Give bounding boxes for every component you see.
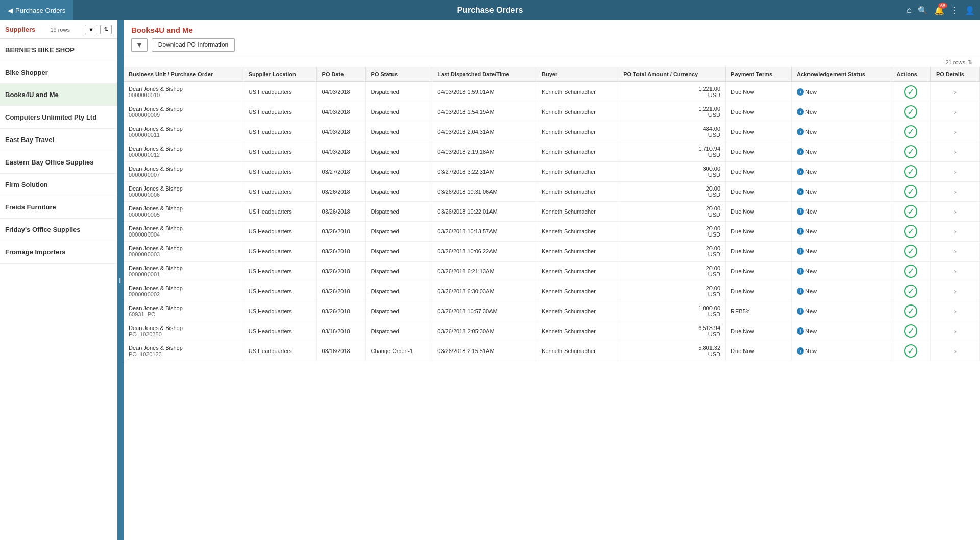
cell-po-details[interactable]: › (930, 202, 979, 222)
sidebar-item-fridays[interactable]: Friday's Office Supplies (0, 219, 117, 241)
cell-actions[interactable]: ✓ (891, 262, 930, 281)
content-sort-icon[interactable]: ⇅ (968, 59, 972, 65)
info-icon[interactable]: i (797, 268, 804, 275)
ack-status-text: New (805, 308, 817, 314)
cell-actions[interactable]: ✓ (891, 82, 930, 102)
action-check-icon[interactable]: ✓ (904, 125, 917, 138)
sidebar-item-east-bay[interactable]: East Bay Travel (0, 129, 117, 151)
currency: USD (623, 192, 720, 198)
action-check-icon[interactable]: ✓ (904, 205, 917, 218)
action-check-icon[interactable]: ✓ (904, 145, 917, 158)
info-icon[interactable]: i (797, 327, 804, 335)
po-details-chevron-icon[interactable]: › (954, 108, 957, 116)
info-icon[interactable]: i (797, 248, 804, 255)
po-details-chevron-icon[interactable]: › (954, 267, 957, 275)
info-icon[interactable]: i (797, 148, 804, 155)
info-icon[interactable]: i (797, 108, 804, 115)
cell-po-details[interactable]: › (930, 321, 979, 341)
cell-po-details[interactable]: › (930, 122, 979, 142)
cell-po-details[interactable]: › (930, 281, 979, 301)
cell-actions[interactable]: ✓ (891, 321, 930, 341)
cell-po-details[interactable]: › (930, 341, 979, 361)
action-check-icon[interactable]: ✓ (904, 324, 917, 338)
cell-po-details[interactable]: › (930, 242, 979, 262)
sidebar-item-bike-shopper[interactable]: Bike Shopper (0, 61, 117, 84)
action-check-icon[interactable]: ✓ (904, 285, 917, 298)
sidebar-item-firm-solution[interactable]: Firm Solution (0, 174, 117, 196)
action-check-icon[interactable]: ✓ (904, 245, 917, 258)
search-icon[interactable]: 🔍 (918, 6, 928, 15)
po-details-chevron-icon[interactable]: › (954, 187, 957, 196)
po-details-chevron-icon[interactable]: › (954, 327, 957, 335)
info-icon[interactable]: i (797, 347, 804, 355)
home-icon[interactable]: ⌂ (906, 6, 912, 15)
info-icon[interactable]: i (797, 128, 804, 135)
info-icon[interactable]: i (797, 228, 804, 235)
action-check-icon[interactable]: ✓ (904, 185, 917, 198)
cell-po-details[interactable]: › (930, 82, 979, 102)
po-details-chevron-icon[interactable]: › (954, 347, 957, 355)
po-details-chevron-icon[interactable]: › (954, 247, 957, 255)
info-icon[interactable]: i (797, 288, 804, 295)
table-row: Dean Jones & Bishop PO_1020350 US Headqu… (124, 321, 980, 341)
cell-actions[interactable]: ✓ (891, 182, 930, 202)
po-details-chevron-icon[interactable]: › (954, 307, 957, 315)
po-details-chevron-icon[interactable]: › (954, 148, 957, 156)
ack-badge: i New (797, 268, 817, 275)
sidebar-item-computers[interactable]: Computers Unlimited Pty Ltd (0, 106, 117, 129)
action-check-icon[interactable]: ✓ (904, 304, 917, 318)
sidebar-item-eastern-bay[interactable]: Eastern Bay Office Supplies (0, 151, 117, 174)
po-details-chevron-icon[interactable]: › (954, 168, 957, 176)
cell-po-status: Dispatched (365, 281, 432, 301)
back-button[interactable]: ◀ Purchase Orders (0, 0, 73, 20)
sidebar-item-freids[interactable]: Freids Furniture (0, 196, 117, 219)
action-check-icon[interactable]: ✓ (904, 85, 917, 99)
action-check-icon[interactable]: ✓ (904, 225, 917, 238)
cell-po-details[interactable]: › (930, 162, 979, 182)
po-details-chevron-icon[interactable]: › (954, 128, 957, 136)
info-icon[interactable]: i (797, 308, 804, 315)
cell-po-details[interactable]: › (930, 301, 979, 321)
info-icon[interactable]: i (797, 88, 804, 96)
cell-po-details[interactable]: › (930, 102, 979, 122)
cell-actions[interactable]: ✓ (891, 162, 930, 182)
cell-actions[interactable]: ✓ (891, 102, 930, 122)
sidebar-splitter[interactable]: || (117, 20, 124, 540)
cell-actions[interactable]: ✓ (891, 202, 930, 222)
action-check-icon[interactable]: ✓ (904, 344, 917, 358)
info-icon[interactable]: i (797, 208, 804, 215)
sidebar-item-fromage[interactable]: Fromage Importers (0, 241, 117, 264)
cell-actions[interactable]: ✓ (891, 301, 930, 321)
menu-dots-icon[interactable]: ⋮ (950, 6, 959, 15)
po-details-chevron-icon[interactable]: › (954, 207, 957, 216)
table-filter-button[interactable]: ▼ (131, 38, 148, 52)
action-check-icon[interactable]: ✓ (904, 265, 917, 278)
info-icon[interactable]: i (797, 168, 804, 175)
cell-po-details[interactable]: › (930, 262, 979, 281)
user-icon[interactable]: 👤 (965, 6, 975, 15)
cell-actions[interactable]: ✓ (891, 122, 930, 142)
action-check-icon[interactable]: ✓ (904, 165, 917, 178)
cell-po-details[interactable]: › (930, 222, 979, 242)
action-check-icon[interactable]: ✓ (904, 105, 917, 119)
notification-icon[interactable]: 🔔 68 (934, 6, 944, 15)
po-details-chevron-icon[interactable]: › (954, 227, 957, 236)
cell-actions[interactable]: ✓ (891, 281, 930, 301)
info-icon[interactable]: i (797, 188, 804, 195)
po-details-chevron-icon[interactable]: › (954, 88, 957, 96)
sidebar-sort-button[interactable]: ⇅ (100, 25, 112, 34)
sidebar-item-bernies[interactable]: BERNIE'S BIKE SHOP (0, 39, 117, 61)
cell-actions[interactable]: ✓ (891, 341, 930, 361)
cell-actions[interactable]: ✓ (891, 222, 930, 242)
cell-po-details[interactable]: › (930, 182, 979, 202)
sidebar-filter-button[interactable]: ▼ (85, 25, 97, 34)
po-details-chevron-icon[interactable]: › (954, 287, 957, 295)
sidebar-item-label: Bike Shopper (5, 68, 48, 76)
download-po-button[interactable]: Download PO Information (152, 38, 235, 52)
content-header: Books4U and Me ▼ Download PO Information (124, 20, 980, 57)
cell-actions[interactable]: ✓ (891, 242, 930, 262)
cell-po-details[interactable]: › (930, 142, 979, 162)
sidebar-item-books4u[interactable]: Books4U and Me (0, 84, 117, 106)
cell-actions[interactable]: ✓ (891, 142, 930, 162)
cell-po-date: 03/26/2018 (316, 281, 365, 301)
